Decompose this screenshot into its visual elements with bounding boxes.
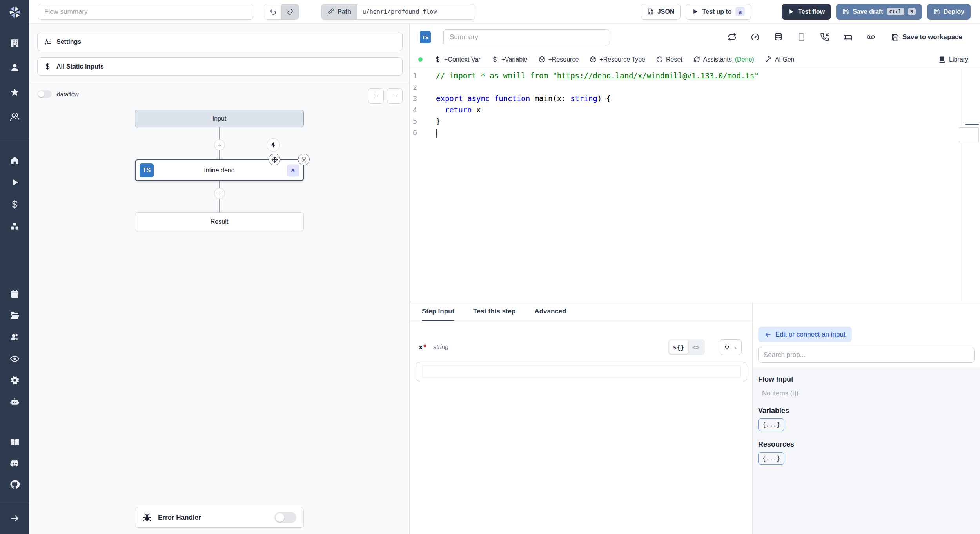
code-line-1[interactable]: 1// import * as wmill from "https://deno…	[410, 70, 980, 81]
toolbar-reset-button[interactable]: Reset	[652, 54, 686, 65]
toolbar-item-label: +Variable	[501, 56, 528, 63]
phone-incoming-icon	[820, 33, 829, 42]
flow-node-result[interactable]: Result	[135, 212, 304, 231]
sidebar-item-settings[interactable]	[10, 375, 20, 385]
dataflow-toggle[interactable]	[37, 90, 52, 98]
toolbar-item-label: +Context Var	[444, 56, 481, 63]
tab-advanced[interactable]: Advanced	[534, 302, 566, 321]
toolbar-variable-button[interactable]: +Variable	[488, 54, 532, 65]
code-mode-button[interactable]: <>	[688, 340, 704, 354]
sidebar-item-home[interactable]	[10, 155, 20, 165]
sidebar-item-discord[interactable]	[10, 458, 20, 468]
toolbar-resource-button[interactable]: +Resource	[535, 54, 583, 65]
prop-object-badge[interactable]: {...}	[758, 452, 784, 465]
step-setting-voicemail-button[interactable]	[866, 33, 876, 42]
save-to-workspace-button[interactable]: Save to workspace	[891, 33, 962, 41]
windmill-flow-editor: Path JSON Test up to a Test flow Save dr…	[0, 0, 980, 534]
step-setting-database-button[interactable]	[774, 33, 783, 42]
sidebar-item-users-cog[interactable]	[10, 332, 20, 342]
sidebar-group-footer	[0, 437, 29, 489]
prop-object-badge[interactable]: {...}	[758, 418, 784, 431]
sidebar-item-building[interactable]	[10, 38, 20, 48]
line-number: 5	[410, 116, 420, 127]
toolbar-context-var-button[interactable]: +Context Var	[430, 54, 485, 65]
tab-test-this-step[interactable]: Test this step	[473, 302, 515, 321]
step-setting-bed-button[interactable]	[843, 33, 853, 42]
line-number: 3	[410, 93, 420, 104]
connect-input-button[interactable]: →	[720, 339, 742, 355]
sidebar-item-boxes[interactable]	[10, 221, 20, 231]
test-up-to-step-badge[interactable]: a	[735, 7, 745, 16]
editor-scrollbar-slider[interactable]	[959, 127, 979, 142]
toolbar-resource-type-button[interactable]: +Resource Type	[586, 54, 649, 65]
field-value-editor[interactable]	[416, 362, 747, 381]
line-number: 6	[410, 127, 420, 138]
code-editor[interactable]: 1// import * as wmill from "https://deno…	[410, 68, 980, 302]
code-line-2[interactable]: 2	[410, 81, 980, 93]
add-trigger-button[interactable]	[267, 138, 280, 152]
windmill-logo-icon[interactable]	[8, 5, 22, 19]
sidebar-item-book-open[interactable]	[10, 437, 20, 447]
sidebar-item-user[interactable]	[10, 62, 20, 72]
test-flow-button[interactable]: Test flow	[782, 4, 831, 20]
calendar-icon	[10, 289, 20, 299]
step-setting-phone-incoming-button[interactable]	[820, 33, 829, 42]
field-type: string	[433, 344, 448, 351]
code-line-6[interactable]: 6	[410, 127, 980, 138]
step-summary-input[interactable]	[443, 29, 610, 45]
add-step-button-2[interactable]	[214, 188, 225, 199]
step-setting-gauge-button[interactable]	[751, 33, 760, 42]
toolbar-ai-gen-button[interactable]: AI Gen	[761, 54, 799, 65]
code-line-content: return x	[420, 104, 481, 116]
error-handler-toggle[interactable]	[274, 512, 296, 523]
sidebar-item-star[interactable]	[10, 87, 20, 97]
sidebar-item-eye[interactable]	[10, 353, 20, 364]
step-setting-repeat-button[interactable]	[728, 33, 737, 42]
play-icon	[10, 177, 20, 187]
sidebar-expand-button[interactable]	[9, 513, 20, 524]
flow-settings-button[interactable]: Settings	[37, 33, 403, 51]
library-button[interactable]: Library	[938, 56, 968, 63]
prop-section-title: Variables	[758, 407, 975, 415]
lsp-status-dot	[418, 57, 423, 62]
edit-or-connect-button[interactable]: Edit or connect an input	[758, 327, 852, 342]
code-line-5[interactable]: 5}	[410, 116, 980, 127]
sidebar-item-bot[interactable]	[10, 396, 20, 407]
deploy-button[interactable]: Deploy	[927, 4, 971, 20]
json-button[interactable]: JSON	[641, 4, 681, 20]
code-token-comment-link[interactable]: https://deno.land/x/windmill@v1.133.0/mo…	[557, 71, 754, 80]
settings-icon	[10, 375, 20, 385]
templated-string-mode-button[interactable]: ${}	[669, 340, 688, 354]
sidebar-item-calendar[interactable]	[10, 289, 20, 299]
flow-node-input[interactable]: Input	[135, 110, 304, 127]
undo-button[interactable]	[264, 4, 281, 20]
test-up-to-button[interactable]: Test up to a	[686, 4, 751, 20]
sidebar-item-dollar[interactable]	[10, 199, 20, 209]
path-input[interactable]	[357, 4, 475, 19]
step-setting-square-button[interactable]	[797, 33, 806, 42]
code-line-4[interactable]: 4 return x	[410, 104, 980, 116]
pencil-icon	[327, 8, 334, 15]
redo-button[interactable]	[281, 4, 299, 20]
flow-summary-input[interactable]	[38, 4, 253, 20]
sidebar-item-folder-open[interactable]	[10, 310, 20, 320]
zoom-out-button[interactable]	[387, 88, 403, 104]
path-button[interactable]: Path	[321, 4, 357, 19]
toolbar-assistants-button[interactable]: Assistants(Deno)	[690, 54, 758, 65]
code-token-plain	[436, 105, 445, 114]
zoom-in-button[interactable]	[368, 88, 384, 104]
line-number: 1	[410, 70, 420, 81]
sliders-icon	[44, 38, 51, 45]
save-draft-button[interactable]: Save draft Ctrl S	[836, 4, 922, 20]
code-line-3[interactable]: 3export async function main(x: string) {	[410, 93, 980, 104]
sidebar-item-users[interactable]	[10, 112, 20, 122]
add-step-button[interactable]	[214, 139, 225, 150]
all-static-inputs-button[interactable]: All Static Inputs	[37, 57, 403, 76]
move-step-button[interactable]	[269, 154, 280, 165]
sidebar-item-play[interactable]	[10, 177, 20, 187]
error-handler-node[interactable]: Error Handler	[135, 507, 304, 528]
search-prop-input[interactable]	[758, 347, 975, 363]
delete-step-button[interactable]	[298, 154, 310, 165]
tab-step-input[interactable]: Step Input	[422, 302, 454, 321]
sidebar-item-github[interactable]	[10, 479, 20, 489]
